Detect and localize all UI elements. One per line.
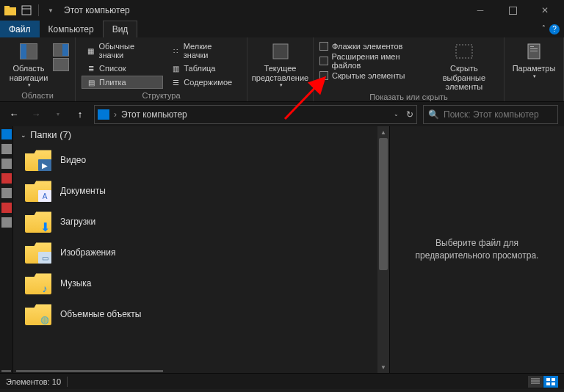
refresh-icon[interactable]: ↻ (406, 109, 413, 120)
current-view-label: Текущее представление (252, 64, 308, 82)
preview-pane-button[interactable] (53, 43, 69, 57)
window-title: Этот компьютер (64, 5, 130, 15)
folder-icon: ▭ (25, 242, 51, 264)
checkbox-icon (319, 71, 328, 80)
medium-icons-icon: ▦ (86, 46, 95, 56)
maximize-button[interactable] (496, 0, 529, 21)
navigation-pane-button[interactable]: Область навигации▾ (6, 40, 51, 88)
folder-documents[interactable]: A Документы (22, 175, 377, 206)
forward-button[interactable]: → (28, 106, 44, 123)
scroll-up-icon[interactable]: ▲ (377, 126, 389, 138)
folder-icon[interactable] (1, 159, 12, 169)
svg-rect-5 (273, 44, 288, 59)
list-icon: ≣ (86, 63, 96, 73)
layout-tile[interactable]: ▤Плитка (82, 76, 163, 89)
view-details-button[interactable] (528, 376, 543, 388)
tab-file[interactable]: Файл (0, 21, 40, 37)
layout-regular-icons[interactable]: ▦Обычные значки (82, 40, 163, 61)
group-panes: Область навигации▾ Области (0, 37, 76, 101)
checkbox-icon (319, 42, 328, 51)
layout-small-icons[interactable]: ∷Мелкие значки (166, 40, 241, 61)
breadcrumb-location[interactable]: Этот компьютер (121, 109, 187, 120)
current-view-button[interactable]: Текущее представление▾ (252, 40, 308, 88)
folder-icon[interactable] (1, 217, 12, 228)
navigation-pane-label: Область навигации (6, 64, 51, 82)
tab-view[interactable]: Вид (103, 21, 138, 37)
scroll-thumb[interactable] (379, 138, 388, 270)
group-show-hide: Флажки элементов Расширения имен файлов … (314, 37, 505, 101)
search-icon: 🔍 (428, 109, 439, 120)
folder-icon: A (25, 180, 51, 202)
hide-selected-button[interactable]: Скрыть выбранные элементы (430, 40, 498, 92)
up-button[interactable]: ↑ (72, 106, 88, 123)
svg-rect-8 (530, 46, 534, 47)
breadcrumb-sep: › (114, 109, 117, 120)
checkbox-icon (319, 57, 328, 65)
help-icon[interactable]: ? (549, 24, 560, 35)
tile-icon: ▤ (86, 77, 96, 87)
folder-icon[interactable] (1, 144, 12, 154)
view-tiles-button[interactable] (543, 376, 558, 388)
group-options: Параметры▾ (505, 37, 564, 101)
close-button[interactable]: ✕ (529, 0, 561, 21)
layout-content[interactable]: ☰Содержимое (166, 76, 241, 89)
checkbox-hidden-items[interactable]: Скрытые элементы (319, 71, 427, 80)
qat-dropdown-icon[interactable]: ▼ (43, 3, 58, 18)
checkbox-file-ext[interactable]: Расширения имен файлов (319, 52, 427, 70)
properties-icon[interactable] (19, 3, 34, 18)
ribbon-tabs: Файл Компьютер Вид ˆ ? (0, 21, 564, 37)
folder-icon: ◍ (25, 303, 51, 325)
folder-downloads[interactable]: ⬇ Загрузки (22, 206, 377, 237)
history-dropdown[interactable]: ▾ (50, 106, 66, 123)
sidebar-collapsed[interactable] (0, 126, 13, 373)
svg-rect-10 (530, 51, 538, 51)
minimize-button[interactable]: ─ (464, 0, 496, 21)
folder-pictures[interactable]: ▭ Изображения (22, 237, 377, 268)
chevron-down-icon: ⌄ (21, 131, 26, 139)
folders-group-header[interactable]: ⌄ Папки (7) (13, 126, 377, 143)
folder-icon (3, 3, 18, 18)
svg-rect-0 (4, 7, 16, 15)
options-label: Параметры (513, 64, 556, 73)
address-bar[interactable]: › Этот компьютер ⌄ ↻ (94, 105, 417, 124)
quickaccess-icon[interactable] (1, 129, 12, 139)
address-dropdown-icon[interactable]: ⌄ (394, 111, 399, 117)
layout-list[interactable]: ≣Список (82, 62, 163, 75)
group-layout: ▦Обычные значки ≣Список ▤Плитка ∷Мелкие … (76, 37, 247, 101)
scroll-down-icon[interactable]: ▼ (377, 361, 389, 373)
details-pane-button[interactable] (53, 58, 69, 71)
preview-empty-text: Выберите файл для предварительного просм… (403, 237, 551, 262)
tab-computer[interactable]: Компьютер (40, 21, 103, 37)
content-icon: ☰ (170, 77, 181, 87)
folder-icon[interactable] (1, 203, 12, 213)
checkbox-item-flags[interactable]: Флажки элементов (319, 42, 427, 51)
folder-music[interactable]: ♪ Музыка (22, 268, 377, 299)
folder-video[interactable]: ▶ Видео (22, 145, 377, 175)
status-bar: Элементов: 10 (0, 373, 564, 389)
sidebar-scrollbar[interactable] (1, 370, 11, 372)
folder-icon: ▶ (25, 149, 51, 171)
folder-3d-objects[interactable]: ◍ Объемные объекты (22, 299, 377, 330)
content-area: ⌄ Папки (7) ▶ Видео A Документы ⬇ Загруз… (0, 126, 564, 373)
svg-rect-15 (552, 378, 555, 381)
group-panes-label: Области (6, 90, 69, 100)
navigation-bar: ← → ▾ ↑ › Этот компьютер ⌄ ↻ 🔍 Поиск: Эт… (0, 102, 564, 126)
collapse-ribbon-icon[interactable]: ˆ (543, 25, 545, 33)
search-box[interactable]: 🔍 Поиск: Этот компьютер (423, 105, 558, 124)
svg-rect-6 (456, 45, 472, 58)
folder-icon: ⬇ (25, 211, 51, 233)
svg-rect-4 (509, 7, 516, 14)
svg-rect-1 (4, 6, 10, 8)
svg-rect-16 (546, 382, 550, 385)
folder-icon[interactable] (1, 173, 12, 184)
computer-icon (98, 109, 109, 120)
options-button[interactable]: Параметры▾ (510, 40, 557, 79)
title-bar: ▼ Этот компьютер ─ ✕ (0, 0, 564, 21)
svg-rect-14 (546, 378, 550, 381)
table-icon: ▥ (170, 63, 181, 73)
horizontal-scrollbar[interactable] (16, 370, 163, 372)
folder-icon[interactable] (1, 188, 12, 198)
vertical-scrollbar[interactable]: ▲ ▼ (377, 126, 389, 373)
back-button[interactable]: ← (6, 106, 22, 123)
layout-table[interactable]: ▥Таблица (166, 62, 241, 75)
